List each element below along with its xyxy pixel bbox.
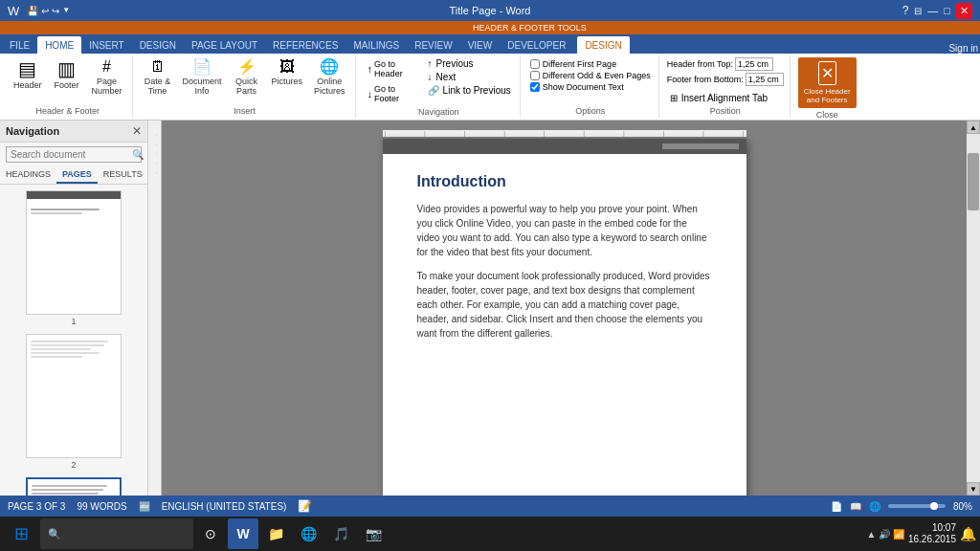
header-from-top-input[interactable] <box>735 57 773 71</box>
insert-alignment-tab-button[interactable]: ⊞ Insert Alignment Tab <box>667 92 784 104</box>
ribbon: ▤ Header ▥ Footer # PageNumber Header & … <box>0 54 980 121</box>
scrollbar-track <box>967 134 980 482</box>
doc-info-label: DocumentInfo <box>183 77 222 96</box>
different-odd-even-input[interactable] <box>530 71 540 80</box>
hf-tool-tabs: DESIGN <box>577 36 629 54</box>
show-document-text-input[interactable] <box>530 82 540 92</box>
quick-parts-label: QuickParts <box>235 77 257 96</box>
pictures-button[interactable]: 🖼 Pictures <box>268 57 307 88</box>
page-number-button[interactable]: # PageNumber <box>88 57 126 98</box>
tab-developer[interactable]: DEVELOPER <box>500 36 573 54</box>
view-read-icon[interactable]: 📖 <box>850 501 861 512</box>
online-pictures-button[interactable]: 🌐 OnlinePictures <box>310 57 349 98</box>
taskbar-word[interactable]: W <box>228 518 258 549</box>
taskbar-photos[interactable]: 📷 <box>358 518 389 549</box>
tab-hf-design[interactable]: DESIGN <box>577 36 629 54</box>
thumb2-content <box>27 335 121 364</box>
minimize-icon[interactable]: — <box>927 5 938 16</box>
vertical-scrollbar[interactable]: ▲ ▼ <box>967 121 980 496</box>
taskbar-explorer[interactable]: 📁 <box>260 518 291 549</box>
tab-pages[interactable]: PAGES <box>56 166 98 184</box>
tab-home[interactable]: HOME <box>37 36 81 54</box>
notifications-icon[interactable]: 🔔 <box>960 526 976 541</box>
windows-logo-icon: ⊞ <box>14 523 29 544</box>
title-bar-controls: ? ⊟ — □ ✕ <box>902 3 972 19</box>
footer-button[interactable]: ▥ Footer <box>50 57 84 92</box>
options-group-label: Options <box>575 104 605 116</box>
options-checkboxes: Different First Page Different Odd & Eve… <box>528 57 653 104</box>
ribbon-container: HEADER & FOOTER TOOLS FILE HOME INSERT D… <box>0 21 980 121</box>
main-area: Navigation ✕ 🔍 HEADINGS PAGES RESULTS <box>0 121 980 496</box>
zoom-thumb[interactable] <box>930 502 938 510</box>
nav-pages-area: 1 2 <box>0 185 147 496</box>
taskbar-cortana[interactable]: ⊙ <box>195 518 226 549</box>
customize-icon[interactable]: ▼ <box>62 6 70 16</box>
ribbon-group-close: ✕ Close Headerand Footers Close <box>792 55 862 118</box>
undo-icon[interactable]: ↩ <box>41 6 49 16</box>
restore-icon[interactable]: ⊟ <box>914 6 922 16</box>
header-button[interactable]: ▤ Header <box>10 57 46 92</box>
taskbar: ⊞ 🔍 ⊙ W 📁 🌐 🎵 📷 ▲ 🔊 📶 10:07 16.26.2015 🔔 <box>0 517 980 551</box>
goto-footer-button[interactable]: ↓ Go toFooter <box>364 82 421 105</box>
save-icon[interactable]: 💾 <box>27 6 38 16</box>
tab-headings[interactable]: HEADINGS <box>0 166 56 184</box>
maximize-icon[interactable]: □ <box>944 5 950 16</box>
ie-icon: 🌐 <box>301 526 317 541</box>
previous-button[interactable]: ↑ Previous <box>425 57 514 70</box>
scroll-down-button[interactable]: ▼ <box>967 482 980 496</box>
start-button[interactable]: ⊞ <box>4 517 38 551</box>
tab-design[interactable]: DESIGN <box>132 36 184 54</box>
tab-insert[interactable]: INSERT <box>81 36 132 54</box>
view-web-icon[interactable]: 🌐 <box>869 501 880 512</box>
view-normal-icon[interactable]: 📄 <box>831 501 842 512</box>
doc-info-button[interactable]: 📄 DocumentInfo <box>179 57 226 98</box>
page-thumb-3[interactable] <box>26 477 122 496</box>
different-odd-even-check[interactable]: Different Odd & Even Pages <box>530 71 651 80</box>
quick-parts-button[interactable]: ⚡ QuickParts <box>230 57 264 98</box>
tab-mailings[interactable]: MAILINGS <box>345 36 407 54</box>
link-previous-button[interactable]: 🔗 Link to Previous <box>425 84 514 97</box>
page-thumb-1[interactable] <box>26 190 122 315</box>
close-icon[interactable]: ✕ <box>956 3 972 19</box>
show-document-text-check[interactable]: Show Document Text <box>530 82 651 92</box>
zoom-slider[interactable] <box>888 504 946 508</box>
scrollbar-thumb[interactable] <box>968 153 979 210</box>
different-first-page-check[interactable]: Different First Page <box>530 59 651 69</box>
tab-results[interactable]: RESULTS <box>98 166 148 184</box>
insert-alignment-label: Insert Alignment Tab <box>681 93 768 103</box>
link-icon: 🔗 <box>428 85 439 96</box>
taskbar-search[interactable]: 🔍 <box>40 518 193 549</box>
different-first-page-input[interactable] <box>530 59 540 69</box>
tab-references[interactable]: REFERENCES <box>265 36 345 54</box>
goto-header-label: Go toHeader <box>374 59 403 78</box>
help-icon[interactable]: ? <box>902 4 909 17</box>
taskbar-media[interactable]: 🎵 <box>325 518 356 549</box>
tab-view[interactable]: VIEW <box>460 36 501 54</box>
search-icon[interactable]: 🔍 <box>132 149 144 160</box>
date-time-button[interactable]: 🗓 Date &Time <box>141 57 175 98</box>
scroll-up-button[interactable]: ▲ <box>967 121 980 134</box>
tab-review[interactable]: REVIEW <box>407 36 459 54</box>
close-header-footer-button[interactable]: ✕ Close Headerand Footers <box>798 57 857 108</box>
date-time-label: Date &Time <box>145 77 171 96</box>
close-group-label: Close <box>816 108 838 120</box>
zoom-level[interactable]: 80% <box>953 501 972 512</box>
cortana-icon: ⊙ <box>205 526 216 541</box>
tab-file[interactable]: FILE <box>2 36 37 54</box>
taskbar-time-display: 10:07 <box>932 522 956 534</box>
word-page: Introduction Video provides a powerful w… <box>383 139 746 496</box>
page-thumb-2[interactable] <box>26 334 122 458</box>
nav-close-button[interactable]: ✕ <box>132 124 142 138</box>
word-logo-icon: W <box>8 4 19 18</box>
page-thumb-container-2: 2 <box>21 334 126 470</box>
quick-access-toolbar: 💾 ↩ ↪ ▼ <box>27 6 70 16</box>
tab-page-layout[interactable]: PAGE LAYOUT <box>184 36 265 54</box>
next-button[interactable]: ↓ Next <box>425 71 514 83</box>
footer-from-bottom-input[interactable] <box>746 73 784 86</box>
sign-in-button[interactable]: Sign in <box>948 43 978 54</box>
nav-search-input[interactable] <box>11 149 132 160</box>
goto-header-button[interactable]: ↑ Go toHeader <box>364 57 421 80</box>
redo-icon[interactable]: ↪ <box>52 6 59 16</box>
navigation-panel: Navigation ✕ 🔍 HEADINGS PAGES RESULTS <box>0 121 148 496</box>
taskbar-ie[interactable]: 🌐 <box>293 518 323 549</box>
